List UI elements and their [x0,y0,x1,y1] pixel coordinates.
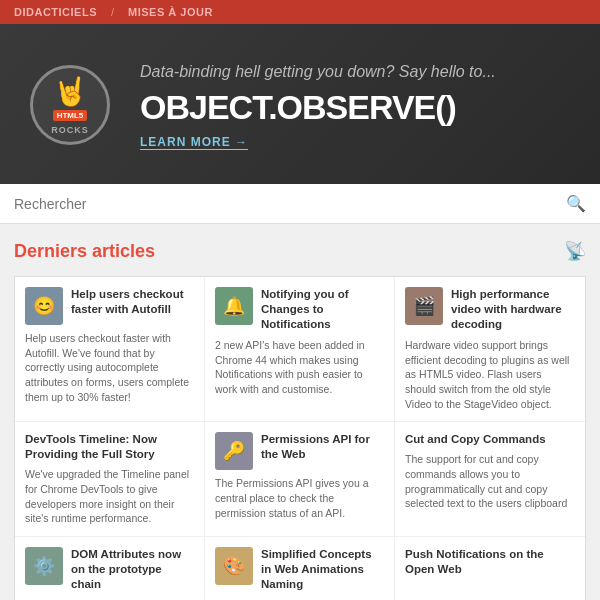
article-title: Help users checkout faster with Autofill [71,287,194,325]
logo-badge: 🤘 HTML5 ROCKS [30,65,110,145]
article-top: 🔔 Notifying you of Changes to Notificati… [215,287,384,332]
article-item[interactable]: DevTools Timeline: Now Providing the Ful… [15,422,205,537]
article-desc: Help users checkout faster with Autofill… [25,331,194,404]
hero-section: 🤘 HTML5 ROCKS Data-binding hell getting … [0,24,600,184]
hero-content: Data-binding hell getting you down? Say … [140,61,580,148]
hero-learn-more-link[interactable]: LEARN MORE → [140,135,248,150]
article-top: ⚙️ DOM Attributes now on the prototype c… [25,547,194,592]
article-desc: 2 new API's have been added in Chrome 44… [215,338,384,397]
article-desc: The Permissions API gives you a central … [215,476,384,520]
article-desc: Hardware video support brings efficient … [405,338,575,411]
article-item[interactable]: 😊 Help users checkout faster with Autofi… [15,277,205,422]
articles-grid: 😊 Help users checkout faster with Autofi… [14,276,586,600]
article-thumbnail: ⚙️ [25,547,63,585]
article-title: Permissions API for the Web [261,432,384,470]
search-icon[interactable]: 🔍 [566,194,586,213]
article-title: DOM Attributes now on the prototype chai… [71,547,194,592]
article-title: High performance video with hardware dec… [451,287,575,332]
article-item[interactable]: 🎨 Simplified Concepts in Web Animations … [205,537,395,600]
article-thumbnail: 🎬 [405,287,443,325]
article-title: Simplified Concepts in Web Animations Na… [261,547,384,592]
article-item[interactable]: 🔑 Permissions API for the Web The Permis… [205,422,395,537]
article-thumbnail: 🎨 [215,547,253,585]
section-header: Derniers articles 📡 [14,240,586,262]
search-bar: 🔍 [0,184,600,224]
article-thumbnail: 🔑 [215,432,253,470]
article-item[interactable]: Push Notifications on the Open Web [395,537,585,600]
logo-hand-icon: 🤘 [53,75,88,108]
logo-rocks-text: ROCKS [51,125,89,136]
article-desc: The support for cut and copy commands al… [405,452,575,511]
hero-tagline: Data-binding hell getting you down? Say … [140,61,580,83]
hero-logo: 🤘 HTML5 ROCKS [20,65,120,145]
article-top: 🎨 Simplified Concepts in Web Animations … [215,547,384,592]
article-item[interactable]: ⚙️ DOM Attributes now on the prototype c… [15,537,205,600]
article-top: 🎬 High performance video with hardware d… [405,287,575,332]
search-input[interactable] [14,196,566,212]
article-title: DevTools Timeline: Now Providing the Ful… [25,432,194,462]
article-item[interactable]: 🔔 Notifying you of Changes to Notificati… [205,277,395,422]
main-content: Derniers articles 📡 😊 Help users checkou… [0,224,600,600]
section-title: Derniers articles [14,241,564,262]
rss-icon[interactable]: 📡 [564,240,586,262]
hero-title: OBJECT.OBSERVE() [140,90,580,124]
nav-didacticiels[interactable]: DIDACTICIELS [14,6,97,18]
article-item[interactable]: 🎬 High performance video with hardware d… [395,277,585,422]
nav-mises-a-jour[interactable]: MISES À JOUR [128,6,213,18]
article-title: Push Notifications on the Open Web [405,547,575,577]
article-item[interactable]: Cut and Copy Commands The support for cu… [395,422,585,537]
article-top: 😊 Help users checkout faster with Autofi… [25,287,194,325]
article-title: Cut and Copy Commands [405,432,575,447]
article-thumbnail: 😊 [25,287,63,325]
nav-separator: / [111,6,114,18]
top-navigation: DIDACTICIELS / MISES À JOUR [0,0,600,24]
html5-badge: HTML5 [53,110,88,121]
article-title: Notifying you of Changes to Notification… [261,287,384,332]
article-top: 🔑 Permissions API for the Web [215,432,384,470]
article-thumbnail: 🔔 [215,287,253,325]
article-desc: We've upgraded the Timeline panel for Ch… [25,467,194,526]
